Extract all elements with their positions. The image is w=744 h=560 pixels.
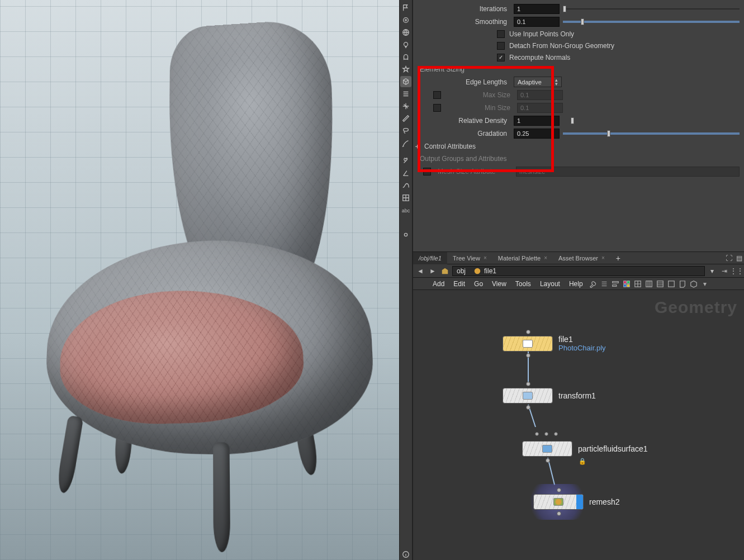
output-groups-header: Output Groups and Attributes (413, 153, 744, 165)
mesh-size-attr-label: Mesh Size Attribute (434, 168, 513, 175)
menu-icon[interactable]: ▤ (734, 254, 744, 262)
recompute-normals-checkbox[interactable] (497, 54, 505, 61)
svg-rect-12 (627, 281, 629, 283)
chevron-updown-icon: ▴▾ (555, 78, 558, 86)
svg-point-6 (404, 233, 407, 236)
menu-layout[interactable]: Layout (536, 280, 564, 288)
smoothing-input[interactable] (514, 17, 560, 27)
element-sizing-header: Element Sizing (413, 63, 744, 75)
maximize-icon[interactable]: ⛶ (724, 254, 734, 262)
network-canvas[interactable]: Geometry file1 PhotoChair.ply tran (413, 290, 744, 560)
svg-rect-16 (646, 281, 652, 287)
tool-wrench-icon[interactable] (400, 155, 411, 167)
wrench-icon[interactable] (588, 279, 598, 289)
grid1-icon[interactable] (633, 279, 643, 289)
tool-flag-icon[interactable] (400, 2, 411, 13)
tool-target-icon[interactable] (400, 15, 411, 26)
tool-text-icon[interactable]: abc (400, 205, 411, 216)
expand-icon[interactable]: ＋ (413, 141, 421, 151)
svg-rect-13 (623, 284, 625, 286)
tool-marker-icon[interactable] (400, 229, 411, 240)
use-input-points-checkbox[interactable] (497, 30, 505, 38)
smoothing-slider[interactable] (563, 17, 740, 27)
relative-density-input[interactable] (514, 116, 560, 126)
svg-rect-18 (668, 281, 674, 287)
gradation-slider[interactable] (563, 129, 740, 139)
min-size-checkbox[interactable] (433, 104, 441, 112)
forward-button[interactable]: ► (428, 266, 438, 276)
display-flag[interactable] (576, 495, 583, 509)
grip-icon[interactable]: ⋮⋮ (732, 266, 742, 276)
grid2-icon[interactable] (644, 279, 654, 289)
node-particlefluidsurface1[interactable]: particlefluidsurface1 (522, 441, 648, 457)
tool-measure-icon[interactable] (400, 113, 411, 124)
tool-grid-icon[interactable] (400, 192, 411, 203)
svg-point-3 (404, 42, 408, 46)
svg-rect-9 (612, 281, 618, 283)
svg-point-0 (404, 18, 409, 23)
tool-curve-icon[interactable] (400, 180, 411, 191)
svg-rect-11 (623, 281, 625, 283)
path-dropdown-icon[interactable]: ▾ (707, 266, 717, 276)
grid3-icon[interactable] (655, 279, 665, 289)
control-attributes-header[interactable]: Control Attributes (424, 143, 476, 150)
align-icon[interactable] (610, 279, 620, 289)
palette-icon[interactable] (622, 279, 632, 289)
transform-icon (523, 392, 533, 400)
menu-edit[interactable]: Edit (449, 280, 469, 288)
max-size-checkbox[interactable] (433, 91, 441, 99)
menu-go[interactable]: Go (470, 280, 487, 288)
tool-star-icon[interactable] (400, 64, 411, 75)
fluid-icon (542, 445, 552, 453)
node-transform1[interactable]: transform1 (503, 388, 596, 404)
box-icon[interactable] (689, 279, 699, 289)
close-icon[interactable]: × (544, 255, 547, 261)
close-icon[interactable]: × (484, 255, 487, 261)
mesh-size-attr-input (516, 167, 740, 177)
tool-cube-icon[interactable] (400, 76, 411, 87)
min-size-label: Min Size (444, 104, 514, 112)
node-remesh2[interactable]: remesh2 (533, 494, 619, 510)
gradation-input[interactable] (514, 129, 560, 139)
path-field[interactable]: obj file1 (452, 266, 705, 276)
tool-gizmo-icon[interactable] (400, 101, 411, 112)
path-home-icon[interactable] (440, 266, 450, 276)
listview-icon[interactable] (599, 279, 609, 289)
tab-add-button[interactable]: + (610, 252, 626, 264)
tool-globe-icon[interactable] (400, 27, 411, 38)
file-icon (523, 340, 533, 348)
edge-lengths-label: Edge Lengths (413, 78, 510, 86)
tab-treeview[interactable]: Tree View× (447, 252, 492, 264)
tool-ghost-icon[interactable] (400, 51, 411, 63)
chevron-down-icon[interactable]: ▾ (700, 279, 710, 289)
detach-checkbox[interactable] (497, 42, 505, 50)
mesh-size-attr-checkbox[interactable] (423, 168, 431, 175)
tab-materialpalette[interactable]: Material Palette× (492, 252, 553, 264)
edge-lengths-dropdown[interactable]: Adaptive ▴▾ (514, 77, 562, 87)
relative-density-slider[interactable] (571, 116, 576, 126)
tool-list-icon[interactable] (400, 88, 411, 99)
tab-assetbrowser[interactable]: Asset Browser× (553, 252, 610, 264)
smoothing-label: Smoothing (413, 18, 510, 26)
tool-lasso-icon[interactable] (400, 125, 411, 136)
back-button[interactable]: ◄ (415, 266, 425, 276)
menu-tools[interactable]: Tools (511, 280, 535, 288)
tab-objfile1[interactable]: /obj/file1 (413, 252, 447, 264)
node-file1[interactable]: file1 PhotoChair.ply (503, 335, 606, 352)
tool-bulb-icon[interactable] (400, 39, 411, 50)
pin-icon[interactable]: ⇥ (719, 266, 729, 276)
tool-angle-icon[interactable] (400, 168, 411, 179)
viewport-3d[interactable] (0, 0, 399, 560)
iterations-input[interactable] (514, 4, 560, 14)
tool-brush-icon[interactable] (400, 137, 411, 149)
menu-help[interactable]: Help (565, 280, 587, 288)
network-panel: /obj/file1 Tree View× Material Palette× … (413, 251, 744, 560)
note-icon[interactable] (677, 279, 688, 289)
menu-add[interactable]: Add (429, 280, 448, 288)
iterations-slider[interactable] (563, 4, 740, 14)
max-size-input (517, 90, 563, 100)
close-icon[interactable]: × (601, 255, 605, 261)
spreadsheet-icon[interactable] (666, 279, 676, 289)
menu-view[interactable]: View (488, 280, 510, 288)
tool-info-icon[interactable] (400, 549, 411, 560)
